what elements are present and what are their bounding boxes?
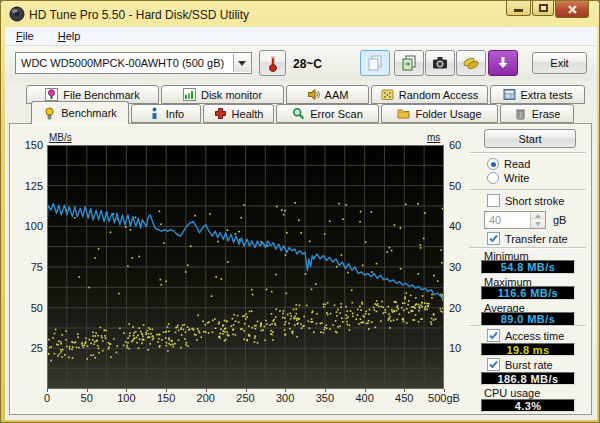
tab-info[interactable]: Info (131, 104, 201, 123)
check-icon (488, 330, 499, 341)
spinner-down-button[interactable] (531, 220, 545, 228)
add-test-button[interactable] (456, 50, 486, 76)
left-axis-tick: 75 (19, 261, 43, 273)
burst-rate-lcd: 186.8 MB/s (481, 372, 575, 385)
separator (469, 189, 586, 191)
close-button[interactable] (555, 1, 589, 18)
exit-button[interactable]: Exit (532, 52, 587, 74)
average-lcd: 89.0 MB/s (481, 312, 575, 326)
extra-tests-icon (503, 88, 516, 101)
separator (469, 152, 586, 154)
menu-help[interactable]: Help (55, 29, 84, 43)
menu-file[interactable]: File (13, 29, 37, 43)
tab-error-scan[interactable]: Error Scan (276, 104, 379, 123)
tab-label: Random Access (399, 89, 478, 101)
x-axis-tickmark (325, 389, 326, 392)
save-pages-icon (400, 54, 418, 72)
write-radio[interactable] (487, 172, 499, 184)
screenshot-camera-button[interactable] (425, 50, 455, 76)
x-axis-tick: 450 (382, 392, 426, 404)
tab-label: Info (166, 108, 184, 120)
burst-rate-checkbox[interactable] (487, 358, 500, 371)
drive-select-combobox[interactable]: WDC WD5000MPCK-00AWHT0 (500 gB) (15, 52, 252, 74)
tab-label: Extra tests (521, 89, 573, 101)
combo-dropdown-button[interactable] (233, 54, 250, 72)
x-axis-tickmark (444, 389, 445, 392)
cpu-usage-label: CPU usage (484, 387, 540, 399)
copy-screenshot-button[interactable] (360, 50, 390, 76)
tab-aam[interactable]: AAM (286, 85, 369, 104)
minimize-button[interactable] (506, 1, 531, 16)
titlebar[interactable]: HD Tune Pro 5.50 - Hard Disk/SSD Utility (1, 1, 599, 27)
short-stroke-checkbox[interactable] (487, 194, 500, 207)
tab-random-access[interactable]: Random Access (371, 85, 488, 104)
tab-label: Folder Usage (415, 108, 481, 120)
app-icon (9, 6, 25, 22)
right-axis-tick: 50 (449, 180, 461, 192)
maximum-lcd: 116.6 MB/s (481, 286, 575, 300)
separator (469, 247, 586, 249)
access-time-lcd: 19.8 ms (481, 343, 575, 356)
right-axis-tick: 10 (449, 342, 461, 354)
temperature-button[interactable] (259, 50, 286, 76)
transfer-rate-checkbox[interactable] (487, 232, 500, 245)
copy-pages-icon (366, 54, 384, 72)
camera-icon (431, 54, 449, 72)
spinner-up-button[interactable] (531, 212, 545, 220)
x-axis-tickmark (246, 389, 247, 392)
benchmark-plot-svg (47, 145, 444, 389)
tab-health[interactable]: Health (203, 104, 274, 123)
x-axis-tickmark (166, 389, 167, 392)
x-axis-tick: 300 (263, 392, 307, 404)
write-radio-row[interactable]: Write (487, 172, 529, 184)
short-stroke-row[interactable]: Short stroke (487, 194, 564, 207)
menu-bar: File Help (5, 27, 597, 46)
left-axis-tick: 25 (19, 342, 43, 354)
right-axis-tick: 60 (449, 139, 461, 151)
benchmark-bulb-icon (43, 107, 56, 120)
tab-erase[interactable]: Erase (500, 104, 574, 123)
tab-benchmark[interactable]: Benchmark (31, 101, 129, 124)
tab-label: Erase (532, 108, 561, 120)
maximize-button[interactable] (532, 1, 554, 16)
right-axis-tick: 20 (449, 302, 461, 314)
health-cross-icon (214, 107, 227, 120)
left-axis-tick: 50 (19, 302, 43, 314)
read-radio[interactable] (487, 158, 499, 170)
burst-rate-label: Burst rate (505, 359, 553, 371)
tab-disk-monitor[interactable]: Disk monitor (161, 85, 284, 104)
magnifier-icon (292, 107, 305, 120)
tab-label: Error Scan (310, 108, 363, 120)
minimum-lcd: 54.8 MB/s (481, 260, 575, 274)
x-axis-tickmark (365, 389, 366, 392)
capacity-spinner[interactable]: 40 (484, 211, 546, 229)
check-icon (488, 233, 499, 244)
access-time-row[interactable]: Access time (487, 329, 564, 342)
tab-folder-usage[interactable]: Folder Usage (381, 104, 498, 123)
exit-button-label: Exit (550, 57, 568, 69)
access-time-checkbox[interactable] (487, 329, 500, 342)
folder-icon (397, 107, 410, 120)
temperature-readout: 28~C (293, 57, 322, 71)
tab-label: AAM (325, 89, 349, 101)
transfer-rate-row[interactable]: Transfer rate (487, 232, 568, 245)
update-check-button[interactable] (488, 50, 518, 76)
tab-label: File Benchmark (63, 89, 139, 101)
tab-extra-tests[interactable]: Extra tests (490, 85, 585, 104)
window-title: HD Tune Pro 5.50 - Hard Disk/SSD Utility (29, 8, 249, 22)
burst-rate-row[interactable]: Burst rate (487, 358, 553, 371)
maximize-icon (539, 4, 548, 12)
start-button[interactable]: Start (484, 129, 576, 148)
write-radio-label: Write (504, 172, 529, 184)
disk-monitor-icon (183, 88, 196, 101)
download-arrow-icon (494, 54, 512, 72)
x-axis-tick: 100 (104, 392, 148, 404)
tab-label: Benchmark (61, 107, 117, 119)
read-radio-row[interactable]: Read (487, 158, 530, 170)
save-screenshot-button[interactable] (394, 50, 424, 76)
x-axis-tick: 200 (184, 392, 228, 404)
chevron-down-icon (238, 61, 246, 66)
short-stroke-label: Short stroke (505, 195, 564, 207)
read-radio-label: Read (504, 158, 530, 170)
drive-select-value: WDC WD5000MPCK-00AWHT0 (500 gB) (21, 57, 224, 69)
